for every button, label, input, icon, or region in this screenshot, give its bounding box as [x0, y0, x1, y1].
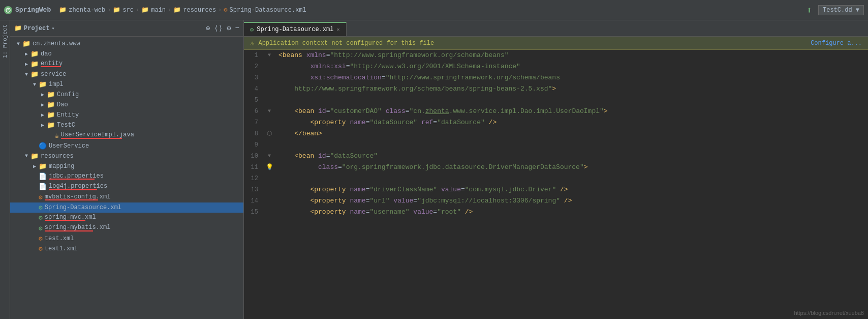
- mybatis-error-line: [45, 199, 98, 200]
- xml-icon-spring-mybatis: ⚙: [39, 224, 43, 233]
- line-num-9: 9: [244, 139, 264, 151]
- line-content-8: </bean>: [274, 128, 868, 139]
- tree-item-test-xml[interactable]: ⚙ test.xml: [10, 234, 243, 244]
- line-content-13: <property name="driverClassName" value="…: [274, 184, 868, 195]
- configure-link[interactable]: Configure a...: [811, 40, 862, 47]
- line-num-10: 10: [244, 151, 264, 162]
- tree-item-service[interactable]: 📁 service: [10, 69, 243, 79]
- folder-icon-entity: 📁: [30, 60, 39, 68]
- line-num-8: 8: [244, 128, 264, 139]
- tree-label-log4j-wrapper: log4j.properties: [49, 183, 107, 191]
- interface-icon-userservice: 🔵: [39, 142, 47, 150]
- project-tab-label[interactable]: 1: Project: [1, 22, 9, 60]
- userserviceimpl-error-line: [61, 138, 122, 139]
- tree-item-mybatis-config[interactable]: ⚙ mybatis-config.xml: [10, 192, 243, 202]
- code-line-12: 12: [244, 173, 868, 184]
- collapse-icon[interactable]: ⟨⟩: [214, 24, 223, 33]
- tree-label-config: Config: [57, 91, 79, 98]
- tree-item-test1-xml[interactable]: ⚙ test1.xml: [10, 244, 243, 254]
- line-content-4: http://www.springframework.org/schema/be…: [274, 83, 868, 95]
- code-line-4: 4 http://www.springframework.org/schema/…: [244, 83, 868, 95]
- tree-arrow-mapping: [30, 163, 39, 169]
- editor-tabs: ⚙ Spring-Datasource.xml ✕: [244, 20, 868, 37]
- fold-arrow-1[interactable]: [268, 50, 271, 61]
- tree-label-spring-ds: Spring-Datasource.xml: [45, 204, 121, 211]
- fold-arrow-6[interactable]: [268, 106, 271, 117]
- project-chevron: ▾: [51, 25, 54, 32]
- tree-label-entity2: Entity: [57, 111, 79, 119]
- settings-icon[interactable]: ⚙: [227, 24, 231, 33]
- folder-icon-mapping: 📁: [39, 162, 47, 170]
- xml-icon-spring-mvc: ⚙: [39, 214, 43, 222]
- gutter-11: 💡: [264, 162, 274, 173]
- tree-item-jdbc-properties[interactable]: 📄 jdbc.properties: [10, 171, 243, 182]
- line-num-15: 15: [244, 207, 264, 218]
- tree-item-spring-mvc[interactable]: ⚙ spring-mvc.xml: [10, 213, 243, 223]
- app-name: SpringWeb: [15, 6, 51, 14]
- fold-end-8: ⬡: [267, 128, 272, 139]
- tree-item-impl[interactable]: 📁 impl: [10, 79, 243, 90]
- vcs-arrow-icon[interactable]: ⬆: [807, 5, 812, 16]
- tree-item-dao2[interactable]: 📁 Dao: [10, 100, 243, 110]
- breadcrumbs: 📁 zhenta-web › 📁 src › 📁 main › 📁 resour…: [59, 6, 306, 14]
- prop-icon-log4j: 📄: [39, 183, 47, 191]
- tree-item-userservice[interactable]: 🔵 UserService: [10, 141, 243, 151]
- code-line-13: 13 <property name="driverClassName" valu…: [244, 184, 868, 195]
- tab-close-button[interactable]: ✕: [336, 26, 339, 33]
- bulb-icon-11[interactable]: 💡: [266, 162, 273, 173]
- locate-icon[interactable]: ⊕: [206, 24, 210, 33]
- code-line-2: 2 xmlns:xsi="http://www.w3.org/2001/XMLS…: [244, 61, 868, 72]
- run-config-selector[interactable]: TestC.dd ▼: [818, 5, 864, 15]
- tree-item-config[interactable]: 📁 Config: [10, 90, 243, 100]
- line-content-6: <bean id="customerDAO" class="cn.zhenta.…: [274, 106, 868, 117]
- tree-label-mybatis-wrapper: mybatis-config.xml: [45, 193, 111, 201]
- code-editor[interactable]: 1 <beans xmlns="http://www.springframewo…: [244, 50, 868, 319]
- tree-item-entity2[interactable]: 📁 Entity: [10, 110, 243, 120]
- gutter-10: [264, 151, 274, 162]
- line-content-9: [274, 139, 868, 151]
- tree-item-spring-mybatis[interactable]: ⚙ spring-mybatis.xml: [10, 223, 243, 233]
- minimize-icon[interactable]: −: [235, 24, 239, 33]
- gutter-1: [264, 50, 274, 61]
- breadcrumb-main: 📁 main: [141, 6, 166, 14]
- warning-text: Application context not configured for t…: [258, 40, 434, 47]
- tree-label-spring-mvc-wrapper: spring-mvc.xml: [45, 214, 96, 222]
- xml-icon-test1: ⚙: [39, 245, 43, 253]
- project-title: 📁 Project ▾: [14, 24, 54, 32]
- folder-icon-src: 📁: [113, 6, 120, 14]
- tree-label-userserviceimpl-wrapper: UserServiceImpl.java: [61, 131, 134, 139]
- tree-item-root[interactable]: 📁 cn.zhenta.www: [10, 39, 243, 49]
- tree-item-testc[interactable]: 📁 TestC: [10, 120, 243, 130]
- line-content-11: class="org.springframework.jdbc.datasour…: [274, 162, 868, 173]
- tree-item-mapping[interactable]: 📁 mapping: [10, 161, 243, 171]
- folder-icon-config: 📁: [47, 91, 55, 99]
- app-logo: SpringWeb: [4, 6, 51, 14]
- tree-item-spring-datasource[interactable]: ⚙ Spring-Datasource.xml: [10, 202, 243, 213]
- gutter-8: ⬡: [264, 128, 274, 139]
- tree-item-dao[interactable]: 📁 dao: [10, 49, 243, 59]
- project-tree: 📁 cn.zhenta.www 📁 dao 📁 entity: [10, 37, 243, 319]
- line-num-5: 5: [244, 95, 264, 106]
- project-folder-icon: 📁: [14, 24, 22, 32]
- line-num-13: 13: [244, 184, 264, 195]
- breadcrumb-src: 📁 src: [113, 6, 134, 14]
- folder-icon-testc: 📁: [47, 121, 55, 129]
- tree-label-jdbc-wrapper: jdbc.properties: [49, 172, 104, 181]
- project-label: Project: [24, 25, 49, 32]
- editor-tab-spring-datasource[interactable]: ⚙ Spring-Datasource.xml ✕: [244, 22, 347, 36]
- tree-label-test-xml: test.xml: [45, 235, 74, 242]
- line-content-15: <property name="username" value="root" /…: [274, 207, 868, 218]
- tree-item-userserviceimpl[interactable]: ☕ UserServiceImpl.java: [10, 130, 243, 140]
- fold-arrow-10[interactable]: [268, 151, 271, 162]
- svg-point-0: [6, 8, 10, 12]
- tree-item-log4j-properties[interactable]: 📄 log4j.properties: [10, 182, 243, 192]
- line-content-10: <bean id="dataSource": [274, 151, 868, 162]
- line-content-1: <beans xmlns="http://www.springframework…: [274, 50, 868, 61]
- tree-item-resources[interactable]: 📁 resources: [10, 151, 243, 161]
- tree-item-entity[interactable]: 📁 entity: [10, 59, 243, 69]
- code-line-1: 1 <beans xmlns="http://www.springframewo…: [244, 50, 868, 61]
- breadcrumb-zhenta-web: 📁 zhenta-web: [59, 6, 105, 14]
- folder-icon-entity2: 📁: [47, 111, 55, 119]
- project-panel: 📁 Project ▾ ⊕ ⟨⟩ ⚙ − 📁 cn.zhenta.www: [10, 20, 244, 319]
- folder-icon-dao: 📁: [30, 50, 39, 58]
